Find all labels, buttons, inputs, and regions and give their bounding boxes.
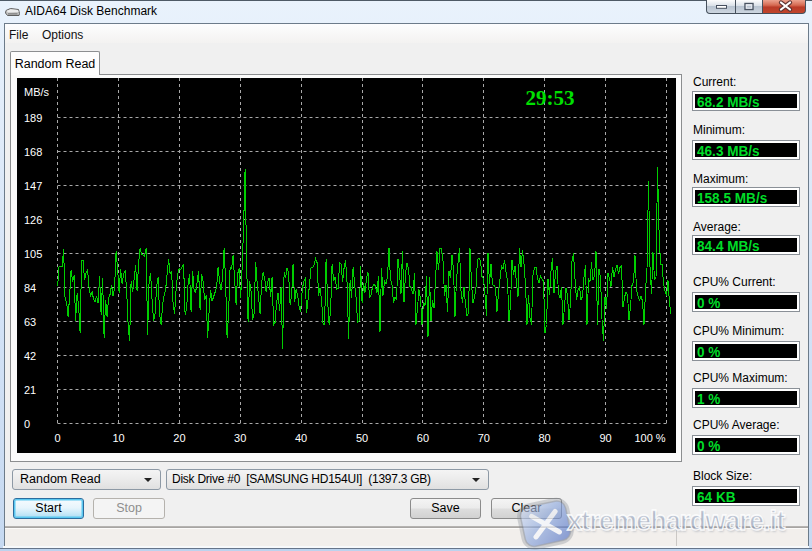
svg-text:147: 147 [24, 180, 42, 192]
svg-text:126: 126 [24, 214, 42, 226]
svg-text:0: 0 [55, 432, 61, 444]
svg-text:50: 50 [356, 432, 368, 444]
svg-text:10: 10 [112, 432, 124, 444]
svg-text:21: 21 [24, 384, 36, 396]
svg-text:80: 80 [538, 432, 550, 444]
svg-text:168: 168 [24, 146, 42, 158]
svg-text:MB/s: MB/s [24, 86, 50, 98]
svg-text:100 %: 100 % [634, 432, 665, 444]
svg-text:30: 30 [234, 432, 246, 444]
svg-text:60: 60 [417, 432, 429, 444]
svg-text:189: 189 [24, 112, 42, 124]
svg-text:20: 20 [173, 432, 185, 444]
svg-text:29:53: 29:53 [526, 86, 575, 110]
svg-text:63: 63 [24, 316, 36, 328]
svg-text:84: 84 [24, 282, 36, 294]
svg-text:105: 105 [24, 248, 42, 260]
svg-text:0: 0 [24, 418, 30, 430]
svg-text:42: 42 [24, 350, 36, 362]
svg-text:40: 40 [295, 432, 307, 444]
svg-text:70: 70 [478, 432, 490, 444]
svg-text:90: 90 [599, 432, 611, 444]
